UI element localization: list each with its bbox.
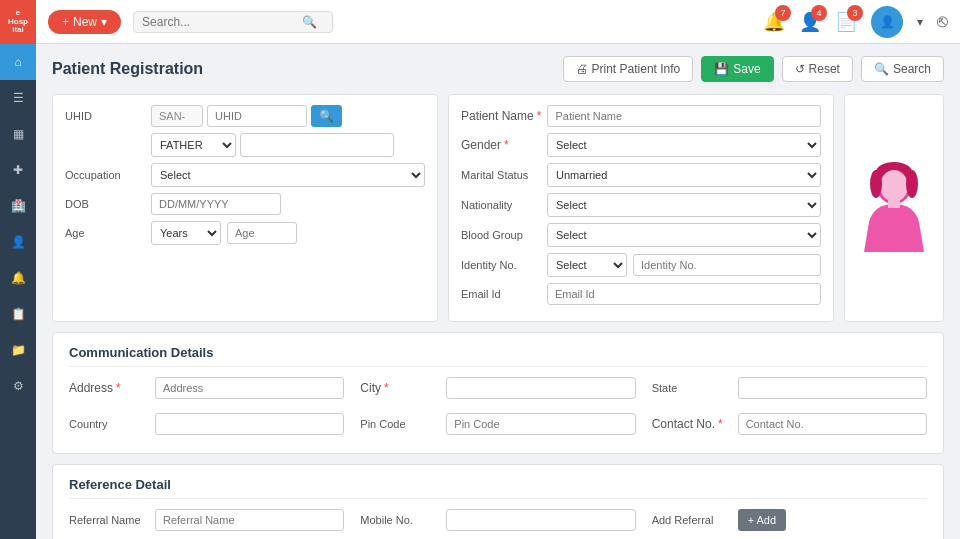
sidebar-item-home[interactable]: ⌂ — [0, 44, 36, 80]
menu-icon: ☰ — [13, 91, 24, 105]
reset-button[interactable]: ↺ Reset — [782, 56, 853, 82]
sidebar-item-alerts[interactable]: 🔔 — [0, 260, 36, 296]
patient-left-col: UHID 🔍 FATHER MOTHER SPOUSE GUARDIAN — [52, 94, 438, 322]
contact-group: Contact No. * — [652, 413, 927, 435]
main-content: Patient Registration 🖨 Print Patient Inf… — [36, 44, 960, 539]
document-notification[interactable]: 📄 3 — [835, 11, 857, 33]
email-input[interactable] — [547, 283, 821, 305]
age-unit-select[interactable]: Years Months Days — [151, 221, 221, 245]
home-icon: ⌂ — [14, 55, 21, 69]
mobile-group: Mobile No. — [360, 509, 635, 531]
sidebar-item-files[interactable]: 📁 — [0, 332, 36, 368]
country-input[interactable] — [155, 413, 344, 435]
logout-icon[interactable]: ⎋ — [937, 11, 948, 32]
patient-avatar — [854, 162, 934, 255]
chevron-down-icon[interactable]: ▾ — [917, 15, 923, 29]
uhid-input[interactable] — [207, 105, 307, 127]
avatar-icon: 👤 — [880, 15, 895, 29]
search-button[interactable]: 🔍 Search — [861, 56, 944, 82]
city-input[interactable] — [446, 377, 635, 399]
patient-icon: 👤 — [11, 235, 26, 249]
address-label: Address * — [69, 381, 149, 395]
search-icon: 🔍 — [874, 62, 889, 76]
salutation-select[interactable]: FATHER MOTHER SPOUSE GUARDIAN — [151, 133, 236, 157]
contact-label: Contact No. * — [652, 417, 732, 431]
marital-status-select[interactable]: Unmarried Married Divorced Widowed — [547, 163, 821, 187]
address-group: Address * — [69, 377, 344, 399]
uhid-search-button[interactable]: 🔍 — [311, 105, 342, 127]
logo-text: eHospital — [8, 9, 28, 35]
city-label: City * — [360, 381, 440, 395]
age-label: Age — [65, 227, 145, 239]
sidebar-item-hospital[interactable]: 🏥 — [0, 188, 36, 224]
uhid-label: UHID — [65, 110, 145, 122]
print-icon: 🖨 — [576, 62, 588, 76]
occupation-group: Occupation Select — [65, 163, 425, 187]
state-input[interactable] — [738, 377, 927, 399]
patient-name-group: Patient Name * — [461, 105, 821, 127]
save-button[interactable]: 💾 Save — [701, 56, 773, 82]
sidebar-item-settings[interactable]: ⚙ — [0, 368, 36, 404]
pincode-input[interactable] — [446, 413, 635, 435]
notification-count: 7 — [775, 5, 791, 21]
svg-point-3 — [880, 170, 908, 202]
identity-type-select[interactable]: Select — [547, 253, 627, 277]
nationality-select[interactable]: Select — [547, 193, 821, 217]
page-header: Patient Registration 🖨 Print Patient Inf… — [52, 56, 944, 82]
health-icon: ✚ — [13, 163, 23, 177]
dob-label: DOB — [65, 198, 145, 210]
state-group: State — [652, 377, 927, 399]
pincode-group: Pin Code — [360, 413, 635, 435]
mobile-input[interactable] — [446, 509, 635, 531]
patient-name-label: Patient Name * — [461, 109, 541, 123]
blood-group-select[interactable]: Select A+ A- B+ B- O+ O- AB+ AB- — [547, 223, 821, 247]
svg-point-4 — [870, 170, 882, 198]
app-logo[interactable]: eHospital — [0, 0, 36, 44]
mobile-label: Mobile No. — [360, 514, 440, 526]
nationality-group: Nationality Select — [461, 193, 821, 217]
referral-name-input[interactable] — [155, 509, 344, 531]
gender-label: Gender * — [461, 138, 541, 152]
notification-bell[interactable]: 🔔 7 — [763, 11, 785, 33]
hospital-icon: 🏥 — [11, 199, 26, 213]
sidebar-item-dashboard[interactable]: ▦ — [0, 116, 36, 152]
occupation-select[interactable]: Select — [151, 163, 425, 187]
sidebar-item-health[interactable]: ✚ — [0, 152, 36, 188]
patient-name-input[interactable] — [547, 105, 821, 127]
sidebar-item-reports[interactable]: 📋 — [0, 296, 36, 332]
print-patient-button[interactable]: 🖨 Print Patient Info — [563, 56, 694, 82]
communication-section: Communication Details Address * City * — [52, 332, 944, 454]
father-name-input[interactable] — [240, 133, 394, 157]
father-group: FATHER MOTHER SPOUSE GUARDIAN — [65, 133, 425, 157]
age-group: Age Years Months Days — [65, 221, 425, 245]
add-referral-button[interactable]: + Add — [738, 509, 786, 531]
add-referral-label: Add Referral — [652, 514, 732, 526]
nationality-label: Nationality — [461, 199, 541, 211]
search-input[interactable] — [142, 15, 302, 29]
communication-title: Communication Details — [69, 345, 927, 367]
document-notification-count: 3 — [847, 5, 863, 21]
svg-point-5 — [906, 170, 918, 198]
gender-select[interactable]: Select Male Female Other — [547, 133, 821, 157]
page-title: Patient Registration — [52, 60, 203, 78]
sidebar-item-patient[interactable]: 👤 — [0, 224, 36, 260]
country-label: Country — [69, 418, 149, 430]
marital-group: Marital Status Unmarried Married Divorce… — [461, 163, 821, 187]
avatar-svg — [854, 162, 934, 252]
email-group: Email Id — [461, 283, 821, 305]
avatar[interactable]: 👤 — [871, 6, 903, 38]
user-notification[interactable]: 👤 4 — [799, 11, 821, 33]
age-input[interactable] — [227, 222, 297, 244]
contact-input[interactable] — [738, 413, 927, 435]
identity-no-input[interactable] — [633, 254, 821, 276]
user-notification-count: 4 — [811, 5, 827, 21]
dob-input[interactable] — [151, 193, 281, 215]
uhid-prefix-input[interactable] — [151, 105, 203, 127]
referral-name-label: Referral Name — [69, 514, 149, 526]
address-input[interactable] — [155, 377, 344, 399]
sidebar-item-menu[interactable]: ☰ — [0, 80, 36, 116]
global-search-bar: 🔍 — [133, 11, 333, 33]
reference-title: Reference Detail — [69, 477, 927, 499]
new-button[interactable]: + New ▾ — [48, 10, 121, 34]
reports-icon: 📋 — [11, 307, 26, 321]
